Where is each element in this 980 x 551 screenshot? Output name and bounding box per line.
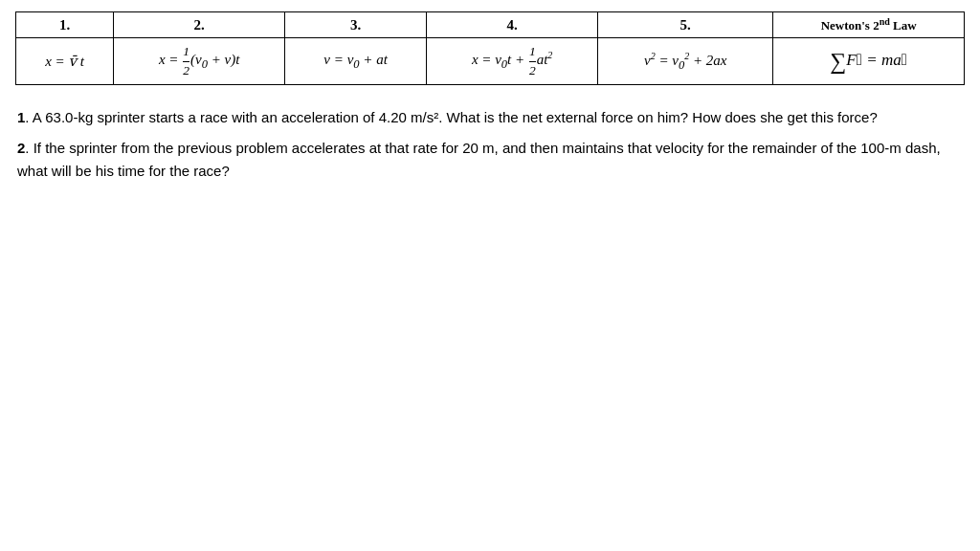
col-header-newton: Newton's 2nd Law [773,12,965,38]
formulas-table: 1. 2. 3. 4. 5. Newton's 2nd Law x = v̄ t… [15,11,965,85]
formula-5: v2 = v02 + 2ax [598,38,773,84]
formula-1: x = v̄ t [16,38,114,84]
formula-2: x = 12(v0 + v)t [114,38,285,84]
problem-2: 2. If the sprinter from the previous pro… [17,137,963,183]
table-header-row: 1. 2. 3. 4. 5. Newton's 2nd Law [16,12,965,38]
col-header-4: 4. [426,12,597,38]
problem-2-text: . If the sprinter from the previous prob… [17,140,941,179]
col-header-1: 1. [16,12,114,38]
problem-1: 1. A 63.0-kg sprinter starts a race with… [17,106,963,129]
col-header-2: 2. [114,12,285,38]
col-header-3: 3. [285,12,427,38]
formula-3: v = v0 + at [285,38,427,84]
problems-section: 1. A 63.0-kg sprinter starts a race with… [15,102,965,194]
table-formula-row: x = v̄ t x = 12(v0 + v)t v = v0 + at x =… [16,38,965,84]
problem-1-text: . A 63.0-kg sprinter starts a race with … [25,109,877,125]
formula-4: x = v0t + 12at2 [426,38,597,84]
formula-newton: ∑F⃗ = ma⃗ [773,38,965,84]
col-header-5: 5. [598,12,773,38]
